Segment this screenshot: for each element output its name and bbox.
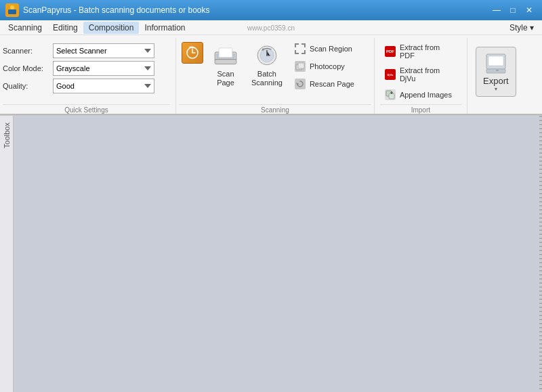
extract-pdf-label: Extract from PDF — [400, 43, 457, 60]
scanner-select[interactable]: Select Scanner — [53, 43, 154, 58]
menu-composition[interactable]: Composition — [83, 22, 140, 34]
svg-rect-19 — [488, 56, 503, 66]
extract-pdf-button[interactable]: PDF Extract from PDF — [380, 41, 461, 62]
scan-region-icon — [295, 43, 306, 54]
refresh-icon — [182, 42, 203, 64]
photocopy-label: Photocopy — [310, 62, 345, 70]
import-section: PDF Extract from PDF DjVu Extract from D… — [375, 38, 467, 114]
svg-point-2 — [10, 5, 14, 9]
menu-editing[interactable]: Editing — [47, 22, 83, 34]
close-button[interactable]: ✕ — [522, 3, 537, 18]
import-content: PDF Extract from PDF DjVu Extract from D… — [380, 41, 461, 103]
import-label: Import — [380, 104, 461, 114]
svg-rect-20 — [486, 69, 505, 73]
quick-settings-section: Scanner: Select Scanner Color Mode: Gray… — [0, 38, 176, 114]
export-button[interactable]: Export ▾ — [476, 47, 516, 97]
scanning-section: ScanPage BatchScanning — [176, 38, 375, 114]
menu-information[interactable]: Information — [139, 22, 190, 34]
extract-djvu-button[interactable]: DjVu Extract from DjVu — [380, 64, 461, 85]
scan-page-icon — [213, 44, 238, 68]
quality-row: Quality: Good — [3, 79, 154, 93]
photocopy-icon — [295, 61, 306, 72]
ribbon: Scanner: Select Scanner Color Mode: Gray… — [0, 35, 542, 116]
scanning-label: Scanning — [179, 104, 371, 114]
svg-rect-12 — [298, 63, 304, 68]
djvu-icon: DjVu — [385, 69, 396, 80]
scanner-row: Scanner: Select Scanner — [3, 43, 154, 58]
menu-bar: Scanning Editing Composition Information… — [0, 20, 542, 35]
export-section: Export ▾ x — [467, 38, 524, 114]
small-scan-buttons: Scan Region Photocopy — [290, 41, 371, 92]
rescan-page-button[interactable]: Rescan Page — [290, 76, 371, 92]
append-images-button[interactable]: Append Images — [380, 87, 461, 103]
scanner-label: Scanner: — [3, 47, 49, 55]
style-menu[interactable]: Style ▾ — [504, 22, 539, 34]
color-mode-label: Color Mode: — [3, 64, 49, 72]
rescan-icon — [295, 79, 306, 89]
color-mode-row: Color Mode: Grayscale — [3, 61, 154, 76]
refresh-settings-button[interactable] — [179, 41, 206, 65]
content-area — [14, 116, 542, 392]
title-controls: — □ ✕ — [489, 3, 537, 18]
svg-rect-15 — [389, 93, 394, 99]
scan-region-button[interactable]: Scan Region — [290, 41, 371, 57]
color-mode-select[interactable]: Grayscale — [53, 61, 154, 76]
scan-region-label: Scan Region — [310, 45, 352, 53]
extract-djvu-label: Extract from DjVu — [400, 66, 457, 83]
toolbox-label: Toolbox — [3, 123, 11, 148]
app-logo — [5, 3, 19, 17]
append-images-label: Append Images — [400, 91, 452, 99]
minimize-button[interactable]: — — [489, 3, 504, 18]
scan-page-label: ScanPage — [217, 70, 234, 87]
svg-rect-6 — [219, 48, 232, 58]
toolbox-panel[interactable]: Toolbox — [0, 116, 14, 392]
scan-page-button[interactable]: ScanPage — [207, 41, 244, 91]
scanning-content: ScanPage BatchScanning — [179, 41, 371, 103]
batch-scanning-icon — [255, 44, 279, 68]
batch-scanning-button[interactable]: BatchScanning — [245, 41, 289, 91]
svg-rect-1 — [8, 9, 16, 14]
right-scrollbar-indicator — [539, 116, 542, 392]
svg-marker-13 — [296, 82, 300, 87]
quick-settings-content: Scanner: Select Scanner Color Mode: Gray… — [3, 41, 170, 103]
menu-scanning[interactable]: Scanning — [3, 22, 47, 34]
pdf-icon: PDF — [385, 46, 396, 57]
batch-scanning-label: BatchScanning — [251, 70, 283, 87]
title-bar: ScanPapyrus - Batch scanning documents o… — [0, 0, 542, 20]
export-content: Export ▾ — [476, 41, 516, 103]
title-bar-left: ScanPapyrus - Batch scanning documents o… — [5, 3, 209, 17]
ribbon-body: Scanner: Select Scanner Color Mode: Gray… — [0, 35, 542, 115]
rescan-page-label: Rescan Page — [310, 80, 354, 88]
quality-label: Quality: — [3, 82, 49, 90]
import-buttons: PDF Extract from PDF DjVu Extract from D… — [380, 41, 461, 103]
export-icon — [484, 51, 508, 76]
main-area: Toolbox — [0, 116, 542, 392]
quality-select[interactable]: Good — [53, 79, 154, 93]
maximize-button[interactable]: □ — [505, 3, 520, 18]
window-title: ScanPapyrus - Batch scanning documents o… — [23, 5, 209, 15]
append-icon — [385, 89, 396, 100]
photocopy-button[interactable]: Photocopy — [290, 58, 371, 74]
quick-settings-label: Quick Settings — [3, 104, 170, 114]
export-label: Export — [483, 76, 509, 86]
